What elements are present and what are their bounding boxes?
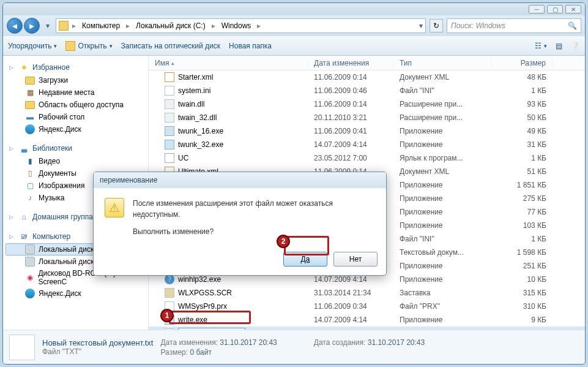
file-date: 14.07.2009 4:14 xyxy=(308,140,393,149)
file-row[interactable]: twunk_32.exe14.07.2009 4:14Приложение31 … xyxy=(149,138,585,151)
file-name: twain.dll xyxy=(178,100,204,108)
file-thumbnail xyxy=(9,335,35,360)
maximize-button[interactable]: ▢ xyxy=(547,5,563,13)
file-row[interactable]: twain.dll11.06.2009 0:14Расширение при..… xyxy=(149,97,585,111)
history-dropdown[interactable]: ▾ xyxy=(43,20,52,32)
file-size: 49 КБ xyxy=(491,127,553,135)
column-headers: Имя▴ Дата изменения Тип Размер xyxy=(149,56,585,70)
dialog-message-2: Выполнить изменение? xyxy=(133,226,375,237)
file-icon xyxy=(165,113,174,123)
col-date[interactable]: Дата изменения xyxy=(308,59,393,67)
file-icon xyxy=(165,140,174,149)
file-date: 14.07.2009 4:14 xyxy=(308,316,393,324)
close-button[interactable]: ✕ xyxy=(565,5,581,13)
nav-desktop[interactable]: ▬Рабочий стол xyxy=(6,111,146,123)
file-date: 11.06.2009 0:14 xyxy=(308,100,393,108)
file-date: 11.06.2009 0:41 xyxy=(308,127,393,135)
breadcrumb-drive[interactable]: Локальный диск (C:) xyxy=(133,20,208,31)
new-folder-button[interactable]: Новая папка xyxy=(229,42,272,50)
file-size: 1 КБ xyxy=(491,235,553,243)
file-type: Приложение xyxy=(393,208,491,216)
libraries-group[interactable]: ▷▃Библиотеки xyxy=(6,142,146,155)
nav-yadisk2[interactable]: Яндекс.Диск xyxy=(6,287,146,300)
file-size: 275 КБ xyxy=(491,194,553,203)
file-name: winhlp32.exe xyxy=(178,275,221,284)
yes-button[interactable]: Да xyxy=(283,252,327,267)
search-placeholder: Поиск: Windows xyxy=(451,21,505,30)
file-type: Текстовый докум... xyxy=(393,248,491,257)
file-size: 251 КБ xyxy=(491,262,553,270)
file-icon xyxy=(165,99,174,109)
burn-button[interactable]: Записать на оптический диск xyxy=(121,42,221,50)
file-size: 10 КБ xyxy=(491,275,553,284)
nav-yadisk[interactable]: Яндекс.Диск xyxy=(6,123,146,135)
file-icon xyxy=(165,288,174,298)
help-button[interactable]: ❔ xyxy=(571,42,580,50)
file-icon xyxy=(165,153,174,163)
details-filetype: Файл "TXT" xyxy=(42,347,153,356)
file-row[interactable]: WLXPGSS.SCR31.03.2014 21:34Заставка315 К… xyxy=(149,286,585,300)
file-icon xyxy=(165,315,174,325)
file-type: Документ XML xyxy=(393,167,491,176)
col-type[interactable]: Тип xyxy=(393,59,491,67)
file-name: twain_32.dll xyxy=(178,113,217,122)
file-row[interactable]: twunk_16.exe11.06.2009 0:41Приложение49 … xyxy=(149,124,585,138)
file-size: 1 598 КБ xyxy=(491,248,553,257)
file-type: Приложение xyxy=(393,316,491,324)
organize-menu[interactable]: Упорядочить ▾ xyxy=(8,42,57,50)
view-options-button[interactable]: ☷ ▾ xyxy=(535,42,547,50)
file-row[interactable]: WMSysPr9.prx11.06.2009 0:34Файл "PRX"310… xyxy=(149,300,585,313)
favorites-group[interactable]: ▷★Избранное xyxy=(6,61,146,74)
address-dropdown-icon[interactable]: ▾ xyxy=(419,21,423,30)
file-name: twunk_32.exe xyxy=(178,140,223,149)
file-size: 315 КБ xyxy=(491,289,553,297)
file-size: 1 КБ xyxy=(491,154,553,162)
file-size: 77 КБ xyxy=(491,208,553,216)
file-size: 310 КБ xyxy=(491,302,553,311)
breadcrumb-separator: ▸ xyxy=(71,21,77,30)
breadcrumb-computer[interactable]: Компьютер xyxy=(80,20,122,31)
col-size[interactable]: Размер xyxy=(491,59,553,67)
rename-input[interactable] xyxy=(178,328,245,330)
file-name: twunk_16.exe xyxy=(178,127,223,135)
window-titlebar[interactable]: ─ ▢ ✕ xyxy=(3,3,585,15)
file-row[interactable]: write.exe14.07.2009 4:14Приложение9 КБ xyxy=(149,313,585,327)
file-name: UC xyxy=(178,154,188,162)
open-button[interactable]: Открыть ▾ xyxy=(65,41,112,51)
file-size: 48 КБ xyxy=(491,73,553,81)
file-icon xyxy=(165,301,174,311)
folder-icon xyxy=(59,21,69,31)
search-box[interactable]: Поиск: Windows 🔍 xyxy=(447,18,581,33)
address-bar[interactable]: ▸ Компьютер ▸ Локальный диск (C:) ▸ Wind… xyxy=(56,18,426,33)
nav-downloads[interactable]: Загрузки xyxy=(6,74,146,86)
warning-icon: ⚠ xyxy=(105,198,124,218)
file-type: Файл "PRX" xyxy=(393,302,491,311)
nav-video[interactable]: ▮Видео xyxy=(6,155,146,167)
forward-button[interactable]: ► xyxy=(24,18,40,34)
nav-public[interactable]: Область общего доступа xyxy=(6,99,146,111)
file-size: 9 КБ xyxy=(491,316,553,324)
file-type: Ярлык к програм... xyxy=(393,154,491,162)
no-button[interactable]: Нет xyxy=(333,252,378,267)
breadcrumb-folder[interactable]: Windows xyxy=(219,20,254,31)
dialog-message-1: После изменения расширения этот файл мож… xyxy=(133,198,375,220)
minimize-button[interactable]: ─ xyxy=(529,5,545,13)
file-name: Starter.xml xyxy=(178,73,213,81)
file-type: Приложение xyxy=(393,221,491,230)
command-bar: Упорядочить ▾ Открыть ▾ Записать на опти… xyxy=(3,36,585,56)
file-size: 103 КБ xyxy=(491,221,553,230)
dialog-titlebar[interactable]: переименование xyxy=(94,172,386,188)
file-size: 1 КБ xyxy=(491,86,553,95)
file-type: Приложение xyxy=(393,194,491,203)
col-name[interactable]: Имя▴ xyxy=(149,59,308,67)
file-type: Приложение xyxy=(393,262,491,270)
refresh-button[interactable]: ↻ xyxy=(430,19,443,32)
file-date: 11.06.2009 0:46 xyxy=(308,86,393,95)
nav-recent[interactable]: ▦Недавние места xyxy=(6,86,146,99)
back-button[interactable]: ◄ xyxy=(7,18,23,34)
file-row[interactable]: twain_32.dll20.11.2010 3:21Расширение пр… xyxy=(149,111,585,124)
file-row[interactable]: Starter.xml11.06.2009 0:14Документ XML48… xyxy=(149,70,585,84)
preview-pane-button[interactable]: ▤ xyxy=(556,42,562,50)
file-row[interactable]: UC23.05.2012 7:00Ярлык к програм...1 КБ xyxy=(149,151,585,165)
file-row[interactable]: system.ini11.06.2009 0:46Файл "INI"1 КБ xyxy=(149,84,585,97)
